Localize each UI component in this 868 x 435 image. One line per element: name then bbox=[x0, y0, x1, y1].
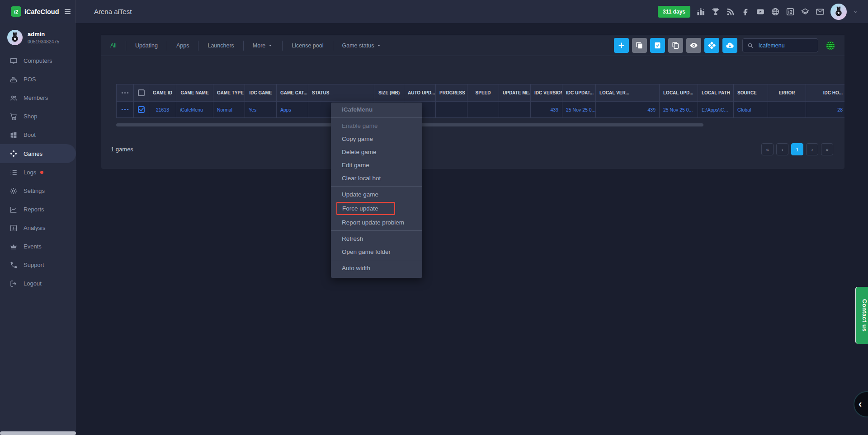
duplicate-button[interactable] bbox=[668, 38, 683, 53]
context-menu-item-auto-width[interactable]: Auto width bbox=[331, 262, 422, 275]
context-menu-item-open-game-folder[interactable]: Open game folder bbox=[331, 245, 422, 258]
tab-launchers[interactable]: Launchers bbox=[198, 41, 243, 51]
column-header-local-ver[interactable]: LOCAL VER... bbox=[596, 84, 660, 102]
select-all-checkbox[interactable] bbox=[138, 89, 145, 96]
sidebar-item-support[interactable]: Support bbox=[0, 256, 76, 274]
column-header-game-name[interactable]: GAME NAME bbox=[176, 84, 213, 102]
cell-game-type: Normal bbox=[213, 102, 245, 118]
context-menu-item-force-update[interactable]: Force update bbox=[336, 202, 395, 215]
context-menu-item-clear-local-hot[interactable]: Clear local hot bbox=[331, 172, 422, 185]
visibility-button[interactable] bbox=[686, 38, 701, 53]
sidebar-item-pos[interactable]: POS bbox=[0, 70, 76, 89]
sidebar-item-shop[interactable]: Shop bbox=[0, 107, 76, 126]
column-header-update-me[interactable]: UPDATE ME... bbox=[499, 84, 531, 102]
license-days-badge[interactable]: 311 days bbox=[658, 6, 690, 18]
column-header-progress[interactable]: PROGRESS bbox=[436, 84, 467, 102]
column-header-status[interactable]: STATUS bbox=[308, 84, 374, 102]
column-header-size-mb[interactable]: SIZE (MB) bbox=[374, 84, 404, 102]
more-options-icon[interactable] bbox=[120, 84, 130, 101]
sidebar-item-reports[interactable]: Reports bbox=[0, 200, 76, 219]
trophy-icon[interactable] bbox=[711, 7, 720, 16]
column-header-idc-ho[interactable]: IDC HO... bbox=[806, 84, 845, 102]
page-prev-button[interactable]: ‹ bbox=[776, 143, 788, 155]
tab-updating[interactable]: Updating bbox=[126, 41, 167, 51]
sidebar-item-boot[interactable]: Boot bbox=[0, 126, 76, 144]
sidebar-item-logs[interactable]: Logs bbox=[0, 163, 76, 182]
context-menu-divider bbox=[331, 186, 422, 187]
tab-label: Apps bbox=[176, 42, 189, 49]
context-menu-item-update-game[interactable]: Update game bbox=[331, 188, 422, 201]
contact-us-tab[interactable]: Contact us bbox=[855, 287, 868, 344]
user-avatar[interactable] bbox=[7, 30, 23, 45]
select-games-button[interactable] bbox=[650, 38, 665, 53]
sidebar-item-analysis[interactable]: Analysis bbox=[0, 219, 76, 237]
add-game-button[interactable] bbox=[614, 38, 629, 53]
facebook-icon[interactable] bbox=[741, 7, 750, 16]
column-header-speed[interactable]: SPEED bbox=[467, 84, 499, 102]
tab-license-pool[interactable]: License pool bbox=[282, 41, 332, 51]
cell-row-checkbox[interactable] bbox=[134, 102, 149, 118]
column-header-idc-version[interactable]: IDC VERSION bbox=[531, 84, 562, 102]
context-menu: iCafeMenu Enable gameCopy gameDelete gam… bbox=[331, 103, 422, 278]
language-globe-icon[interactable] bbox=[826, 41, 835, 51]
page-number-button[interactable]: 1 bbox=[791, 143, 803, 155]
page-next-button[interactable]: › bbox=[806, 143, 818, 155]
mail-icon[interactable] bbox=[816, 7, 825, 16]
tab-label: Launchers bbox=[208, 42, 234, 49]
brand[interactable]: i2 iCafeCloud bbox=[0, 0, 76, 23]
tab-more[interactable]: More bbox=[243, 41, 282, 51]
column-header-idc-game[interactable]: IDC GAME bbox=[245, 84, 277, 102]
sidebar-item-logout[interactable]: Logout bbox=[0, 274, 76, 293]
page-first-button[interactable]: « bbox=[761, 143, 774, 155]
search-input[interactable] bbox=[758, 42, 813, 49]
sidebar-item-members[interactable]: Members bbox=[0, 89, 76, 107]
tab-all[interactable]: All bbox=[101, 41, 126, 51]
column-header-row-menu[interactable] bbox=[117, 84, 134, 102]
context-menu-item-report-update-problem[interactable]: Report update problem bbox=[331, 216, 422, 229]
icafecloud-logo-icon: i2 bbox=[11, 6, 21, 17]
cloud-download-button[interactable] bbox=[722, 38, 737, 53]
tab-game-status[interactable]: Game status bbox=[333, 41, 391, 51]
column-header-select-all[interactable] bbox=[134, 84, 149, 102]
cell-row-menu[interactable] bbox=[117, 102, 134, 118]
categories-button[interactable] bbox=[704, 38, 719, 53]
column-header-source[interactable]: SOURCE bbox=[734, 84, 768, 102]
sidebar-item-games[interactable]: Games bbox=[0, 144, 76, 163]
column-header-game-cat[interactable]: GAME CAT... bbox=[277, 84, 308, 102]
context-menu-item-edit-game[interactable]: Edit game bbox=[331, 159, 422, 172]
pos-icon bbox=[9, 75, 18, 84]
sidebar-item-label: Logout bbox=[24, 280, 42, 287]
icafe-logo-icon[interactable] bbox=[786, 7, 795, 16]
context-menu-item-copy-game[interactable]: Copy game bbox=[331, 132, 422, 145]
column-header-local-path[interactable]: LOCAL PATH bbox=[698, 84, 734, 102]
rss-icon[interactable] bbox=[726, 7, 735, 16]
column-header-local-upd[interactable]: LOCAL UPD... bbox=[660, 84, 698, 102]
hamburger-menu-icon[interactable] bbox=[63, 7, 72, 16]
column-header-game-id[interactable]: GAME ID bbox=[149, 84, 176, 102]
page-last-button[interactable]: » bbox=[821, 143, 833, 155]
cell-game-name: iCafeMenu bbox=[176, 102, 213, 118]
sidebar-item-label: Computers bbox=[24, 57, 52, 64]
sidebar-item-computers[interactable]: Computers bbox=[0, 51, 76, 70]
row-checkbox[interactable] bbox=[138, 106, 145, 113]
column-header-auto-upd[interactable]: AUTO UPD... bbox=[404, 84, 436, 102]
chevron-down-icon[interactable] bbox=[853, 9, 859, 15]
avatar[interactable] bbox=[830, 4, 847, 20]
column-header-game-type[interactable]: GAME TYPE bbox=[213, 84, 245, 102]
sidebar-item-events[interactable]: Events bbox=[0, 237, 76, 256]
column-header-error[interactable]: ERROR bbox=[768, 84, 806, 102]
table-row[interactable]: 21613iCafeMenuNormalYesApps43925 Nov 25 … bbox=[117, 102, 845, 118]
ranking-icon[interactable] bbox=[696, 7, 705, 16]
globe-icon[interactable] bbox=[771, 7, 780, 16]
tab-apps[interactable]: Apps bbox=[167, 41, 198, 51]
context-menu-item-delete-game[interactable]: Delete game bbox=[331, 145, 422, 159]
sidebar-item-label: Events bbox=[24, 243, 42, 250]
sidebar-item-settings[interactable]: Settings bbox=[0, 182, 76, 200]
youtube-icon[interactable] bbox=[756, 7, 765, 16]
copy-button[interactable] bbox=[632, 38, 647, 53]
layers-icon[interactable] bbox=[801, 7, 810, 16]
more-options-icon[interactable] bbox=[120, 102, 130, 117]
page-horizontal-scrollbar[interactable] bbox=[0, 431, 76, 435]
column-header-idc-updat[interactable]: IDC UPDAT... bbox=[562, 84, 596, 102]
context-menu-item-refresh[interactable]: Refresh bbox=[331, 232, 422, 245]
